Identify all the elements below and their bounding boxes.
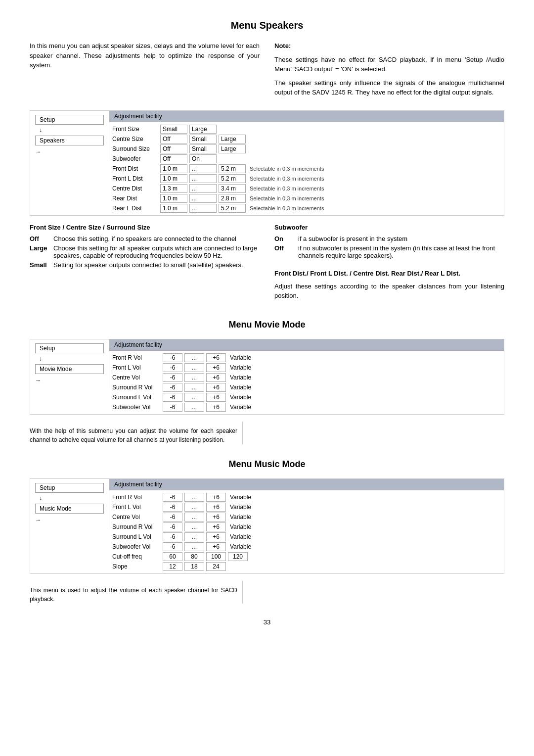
movie-mode-box: Movie Mode — [35, 364, 104, 374]
speakers-diagram: Setup ↓ Speakers → Adjustment facility F… — [30, 110, 504, 216]
speakers-note2: The speaker settings only influence the … — [274, 78, 504, 97]
table-row: Surround L Vol -6 ... +6 Variable — [112, 532, 501, 542]
table-row: Slope 12 18 24 — [112, 562, 501, 571]
table-row: Subwoofer Vol -6 ... +6 Variable — [112, 542, 501, 552]
speakers-desc-section: Front Size / Centre Size / Surround Size… — [30, 223, 504, 305]
table-row: Front Size Small Large — [112, 124, 501, 134]
adj-header-movie: Adjustment facility — [109, 339, 504, 351]
movie-footer: With the help of this submenu you can ad… — [30, 422, 504, 444]
table-row: Rear Dist 1.0 m ... 2.8 m Selectable in … — [112, 193, 501, 203]
movie-mode-rows-panel: Adjustment facility Front R Vol -6 ... +… — [109, 339, 504, 414]
front-size-col: Front Size / Centre Size / Surround Size… — [30, 223, 260, 305]
adj-header-music: Adjustment facility — [109, 479, 504, 490]
table-row: Front Dist 1.0 m ... 5.2 m Selectable in… — [112, 164, 501, 174]
subwoofer-heading: Subwoofer — [274, 223, 504, 233]
subwoofer-on-row: On if a subwoofer is present in the syst… — [274, 235, 504, 242]
menu-movie-mode-title: Menu Movie Mode — [30, 320, 504, 330]
term-small-row: Small Setting for speaker outputs connec… — [30, 261, 260, 269]
table-row: Centre Dist 1.3 m ... 3.4 m Selectable i… — [112, 184, 501, 193]
table-row: Subwoofer Vol -6 ... +6 Variable — [112, 402, 501, 412]
movie-setup-box: Setup — [35, 343, 104, 353]
music-mode-box: Music Mode — [35, 504, 104, 514]
music-data-rows: Front R Vol -6 ... +6 Variable Front L V… — [109, 490, 504, 573]
term-large-row: Large Choose this setting for all speake… — [30, 244, 260, 259]
music-setup-box: Setup — [35, 483, 104, 493]
speakers-intro: In this menu you can adjust speaker size… — [30, 41, 260, 70]
table-row: Front R Vol -6 ... +6 Variable — [112, 492, 501, 502]
subwoofer-col: Subwoofer On if a subwoofer is present i… — [274, 223, 504, 305]
table-row: Front L Vol -6 ... +6 Variable — [112, 502, 501, 512]
movie-footer-text: With the help of this submenu you can ad… — [30, 426, 237, 444]
note-label: Note: — [274, 42, 291, 49]
table-row: Surround L Vol -6 ... +6 Variable — [112, 392, 501, 402]
speakers-rows-panel: Adjustment facility Front Size Small Lar… — [109, 111, 504, 215]
speakers-intro-col: In this menu you can adjust speaker size… — [30, 41, 260, 101]
speakers-left-panel: Setup ↓ Speakers → — [30, 111, 109, 159]
setup-box: Setup — [35, 115, 104, 125]
divider — [242, 422, 243, 444]
arrow-right-icon: → — [35, 148, 41, 155]
music-mode-diagram: Setup ↓ Music Mode → Adjustment facility… — [30, 478, 504, 574]
table-row: Surround R Vol -6 ... +6 Variable — [112, 382, 501, 392]
page-number: 33 — [30, 618, 504, 626]
movie-mode-left-panel: Setup ↓ Movie Mode → — [30, 339, 109, 388]
table-row: Surround Size Off Small Large — [112, 144, 501, 154]
table-row: Rear L Dist 1.0 m ... 5.2 m Selectable i… — [112, 203, 501, 213]
table-row: Centre Vol -6 ... +6 Variable — [112, 373, 501, 382]
menu-music-mode-title: Menu Music Mode — [30, 459, 504, 470]
table-row: Centre Size Off Small Large — [112, 134, 501, 144]
table-row: Centre Vol -6 ... +6 Variable — [112, 512, 501, 522]
speakers-box: Speakers — [35, 136, 104, 145]
movie-mode-diagram: Setup ↓ Movie Mode → Adjustment facility… — [30, 339, 504, 415]
music-mode-left-panel: Setup ↓ Music Mode → — [30, 479, 109, 527]
music-footer-text: This menu is used to adjust the volume o… — [30, 586, 237, 604]
movie-data-rows: Front R Vol -6 ... +6 Variable Front L V… — [109, 351, 504, 414]
table-row: Front R Vol -6 ... +6 Variable — [112, 353, 501, 363]
front-size-heading: Front Size / Centre Size / Surround Size — [30, 223, 260, 233]
divider2 — [242, 581, 243, 604]
music-mode-rows-panel: Adjustment facility Front R Vol -6 ... +… — [109, 479, 504, 573]
front-dist-heading: Front Dist./ Front L Dist. / Centre Dist… — [274, 269, 504, 279]
table-row: Front L Dist 1.0 m ... 5.2 m Selectable … — [112, 174, 501, 184]
table-row: Subwoofer Off On — [112, 154, 501, 164]
front-dist-text: Adjust these settings according to the s… — [274, 282, 504, 301]
table-row: Surround R Vol -6 ... +6 Variable — [112, 522, 501, 532]
speakers-note-col: Note: These settings have no effect for … — [274, 41, 504, 101]
music-footer: This menu is used to adjust the volume o… — [30, 581, 504, 604]
menu-speakers-title: Menu Speakers — [30, 20, 504, 31]
table-row: Front L Vol -6 ... +6 Variable — [112, 363, 501, 373]
term-off-row: Off Choose this setting, if no speakers … — [30, 235, 260, 242]
subwoofer-off-row: Off if no subwoofer is present in the sy… — [274, 244, 504, 259]
speakers-data-rows: Front Size Small Large Centre Size Off S… — [109, 122, 504, 215]
table-row: Cut-off freq 60 80 100 120 — [112, 552, 501, 562]
adj-header-speakers: Adjustment facility — [109, 111, 504, 122]
speakers-note1: These settings have no effect for SACD p… — [274, 55, 504, 74]
